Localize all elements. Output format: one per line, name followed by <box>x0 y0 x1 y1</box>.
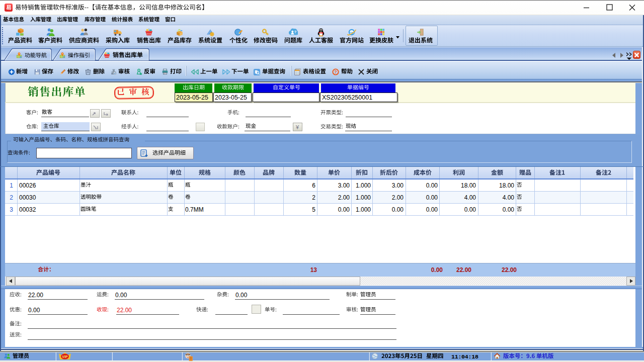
svg-text:?: ? <box>334 69 337 74</box>
svg-text:?: ? <box>294 30 297 34</box>
svg-text:VIP: VIP <box>62 355 68 358</box>
